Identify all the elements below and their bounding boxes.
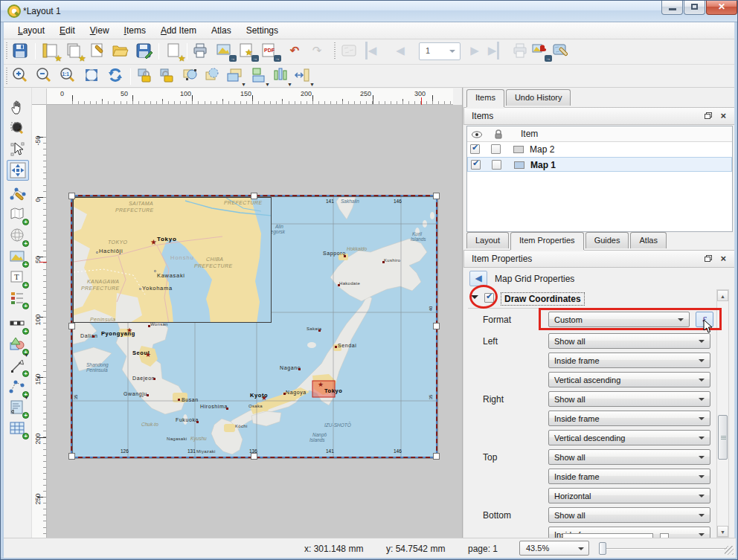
first-feature-button[interactable]: ◀ <box>365 42 385 61</box>
menu-item[interactable]: Add Item <box>153 22 204 39</box>
float-panel-button[interactable] <box>702 254 714 265</box>
resize-handle-se[interactable] <box>433 453 440 460</box>
export-svg-button[interactable]: ★→ <box>237 42 257 61</box>
menu-item[interactable]: View <box>83 22 117 39</box>
resize-handle-s[interactable] <box>251 453 257 460</box>
layout-canvas[interactable]: DalianPyongyang★WonsanSeoul★DaejeonGwang… <box>47 105 462 538</box>
redo-button[interactable]: ↷ <box>307 42 327 61</box>
add-legend-button[interactable]: + <box>9 290 27 308</box>
menu-item[interactable]: Settings <box>239 22 286 39</box>
new-layout-button[interactable]: ★ <box>41 42 60 61</box>
resize-handle-sw[interactable] <box>68 453 75 460</box>
duplicate-layout-button[interactable]: ★ <box>65 42 84 61</box>
export-atlas-button[interactable]: → <box>530 42 550 61</box>
resize-handle-n[interactable] <box>251 193 257 199</box>
previous-feature-button[interactable]: ◀ <box>391 42 410 61</box>
save-button[interactable] <box>11 42 31 61</box>
move-item-content-button[interactable] <box>7 160 29 181</box>
window-resize-grip[interactable] <box>725 546 734 555</box>
resize-handle-nw[interactable] <box>68 193 75 199</box>
raise-items-button[interactable]: ▼ <box>225 66 244 85</box>
add-label-button[interactable]: T+ <box>9 269 27 287</box>
scroll-up-arrow[interactable]: ▲ <box>717 290 728 301</box>
add-scalebar-button[interactable]: + <box>9 315 27 333</box>
next-feature-button[interactable]: ▶ <box>465 42 484 61</box>
items-tree-row[interactable]: Map 2 <box>467 142 732 157</box>
zoom-slider-track[interactable] <box>599 548 727 550</box>
undo-button[interactable]: ↶ <box>285 42 304 61</box>
add-map-button[interactable]: + <box>9 206 27 224</box>
add-html-button[interactable]: + <box>9 399 27 417</box>
property-combobox[interactable]: Vertical ascending <box>548 372 710 387</box>
property-combobox[interactable]: Vertical descending <box>548 430 710 445</box>
menu-item[interactable]: Atlas <box>204 22 239 39</box>
float-panel-button[interactable] <box>702 112 714 122</box>
save-as-button[interactable] <box>135 42 154 61</box>
property-combobox[interactable]: Show all <box>548 449 710 465</box>
resize-handle-w[interactable] <box>68 323 75 329</box>
property-combobox[interactable]: Show all <box>548 507 710 523</box>
atlas-settings-button[interactable] <box>551 42 571 61</box>
close-panel-button[interactable]: × <box>717 254 729 265</box>
dock-tab[interactable]: Undo History <box>506 89 571 106</box>
toolbar-grip[interactable] <box>6 68 7 86</box>
zoom-slider-handle[interactable] <box>599 542 606 555</box>
export-pdf-button[interactable]: PDF→ <box>260 42 279 61</box>
scrollbar-thumb[interactable] <box>718 415 728 460</box>
add-pages-button[interactable]: ★ <box>164 42 184 61</box>
dock-tab[interactable]: Atlas <box>630 232 666 248</box>
property-combobox[interactable]: Inside frame <box>548 469 710 484</box>
back-button[interactable]: ◀ <box>469 271 487 286</box>
edit-nodes-item-button[interactable] <box>9 185 27 203</box>
add-shape-button[interactable]: +▼ <box>9 336 27 354</box>
zoom-level-combobox[interactable]: 43.5% <box>519 541 589 556</box>
print-atlas-button[interactable] <box>511 42 530 61</box>
property-combobox[interactable]: Inside frame <box>548 411 710 426</box>
visibility-checkbox[interactable] <box>471 160 481 170</box>
add-3d-map-button[interactable]: + <box>9 228 27 245</box>
dock-tab[interactable]: Layout <box>466 232 509 248</box>
resize-handle-e[interactable] <box>433 323 440 329</box>
pan-layout-button[interactable] <box>9 98 27 116</box>
open-folder-button[interactable] <box>111 42 130 61</box>
resize-items-button[interactable]: ▼ <box>294 66 312 85</box>
zoom-actual-button[interactable]: 1:1 <box>59 66 77 85</box>
property-combobox[interactable]: Show all <box>548 333 710 349</box>
atlas-page-combobox[interactable]: 1 <box>419 42 461 60</box>
add-node-item-button[interactable]: +▼ <box>9 379 27 396</box>
dock-tab[interactable]: Items <box>466 89 504 107</box>
select-move-item-button[interactable] <box>9 141 27 158</box>
dock-tab[interactable]: Item Properties <box>510 232 584 250</box>
lock-checkbox[interactable] <box>491 144 501 154</box>
refresh-button[interactable] <box>106 66 125 85</box>
minimize-button[interactable] <box>661 1 683 15</box>
unlock-items-button[interactable] <box>158 66 177 85</box>
last-feature-button[interactable]: ▶ <box>487 42 507 61</box>
zoom-tool-button[interactable] <box>9 119 27 137</box>
toolbar-grip[interactable] <box>6 42 7 60</box>
add-arrow-button[interactable]: + <box>9 358 27 376</box>
items-tree-row[interactable]: Map 1 <box>467 157 732 172</box>
dock-tab[interactable]: Guides <box>585 232 629 248</box>
select-all-button[interactable] <box>181 66 199 85</box>
preview-atlas-button[interactable] <box>340 42 359 61</box>
title-bar[interactable]: *Layout 1 ✕ <box>1 1 737 22</box>
zoom-in-button[interactable] <box>11 66 30 85</box>
zoom-full-button[interactable] <box>83 66 101 85</box>
distribute-items-button[interactable]: ▼ <box>272 66 290 85</box>
menu-item[interactable]: Items <box>117 22 153 39</box>
add-picture-button[interactable]: + <box>9 248 27 266</box>
menu-item[interactable]: Layout <box>10 22 52 39</box>
dock-splitter[interactable] <box>462 88 463 538</box>
visibility-checkbox[interactable] <box>470 144 480 154</box>
toolbar-grip[interactable] <box>334 42 336 60</box>
property-combobox[interactable]: Inside frame <box>548 353 710 368</box>
lock-checkbox[interactable] <box>492 160 501 170</box>
resize-handle-ne[interactable] <box>433 193 440 199</box>
layout-manager-button[interactable] <box>89 42 108 61</box>
property-combobox[interactable]: Show all <box>548 391 710 407</box>
lock-items-button[interactable] <box>136 66 155 85</box>
menu-item[interactable]: Edit <box>52 22 83 39</box>
zoom-out-button[interactable] <box>35 66 54 85</box>
property-combobox[interactable]: Horizontal <box>548 488 710 503</box>
